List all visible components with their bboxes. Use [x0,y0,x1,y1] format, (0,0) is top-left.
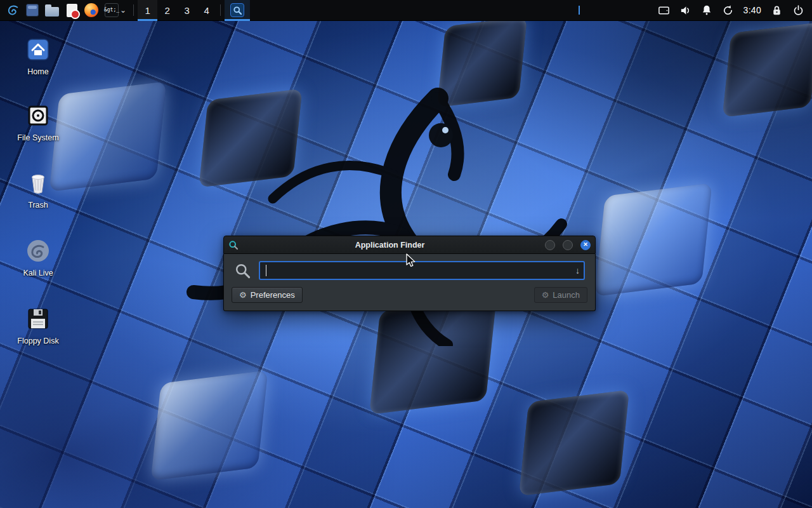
search-icon [234,262,251,279]
kali-live-icon [25,238,51,264]
desktop-icon-label: Kali Live [23,269,53,277]
refresh-icon [722,4,734,17]
display-icon [658,4,670,17]
application-finder-icon [228,240,239,250]
launch-button[interactable]: ⚙ Launch [534,287,587,303]
panel-separator [220,4,221,16]
document-icon [67,4,77,17]
desktop-icon-file-system[interactable]: File System [6,103,70,142]
bell-icon [701,4,712,16]
desktop-icon-label: Home [27,67,48,76]
maximize-button[interactable] [563,240,573,250]
window-titlebar[interactable]: Application Finder ✕ [223,236,596,254]
file-manager-button[interactable] [42,0,62,21]
workspace-3-button[interactable]: 3 [177,0,197,21]
wallpaper-cube [594,183,712,297]
desktop-icon-floppy-disk[interactable]: Floppy Disk [6,306,70,345]
minimize-button[interactable] [545,240,555,250]
terminal-button[interactable]: &gt;_ ⌄ [102,0,129,21]
desktop-icon-label: File System [17,133,58,142]
text-caret [266,265,266,276]
preferences-button-label: Preferences [251,290,295,300]
floppy-disk-icon [25,306,51,331]
lock-icon [771,4,783,17]
wallpaper-cube [519,390,629,496]
search-icon [233,6,242,15]
updates-tray-button[interactable] [722,0,734,21]
folder-icon [45,7,59,17]
system-tray: 3:40 [658,0,812,20]
home-icon [25,37,51,62]
desktop-icon-home[interactable]: Home [6,37,70,76]
desktop-icon-label: Floppy Disk [17,337,58,345]
firefox-icon [84,3,98,17]
window-icon [26,4,39,17]
close-button[interactable]: ✕ [580,240,591,250]
workspace-4-button[interactable]: 4 [197,0,216,21]
search-input[interactable] [259,261,585,280]
gear-icon: ⚙ [239,291,247,299]
logout-button[interactable] [792,0,804,21]
file-system-icon [25,103,51,128]
search-entry: ↓ [259,261,585,280]
desktop-icon-kali-live[interactable]: Kali Live [6,238,70,277]
desktop-icon-trash[interactable]: Trash [6,170,70,210]
terminal-icon: &gt;_ [105,3,119,17]
preferences-button[interactable]: ⚙ Preferences [232,287,303,303]
top-panel: &gt;_ ⌄ 1 2 3 4 [0,0,812,21]
workspace-1-button[interactable]: 1 [138,0,157,21]
clock[interactable]: 3:40 [743,0,761,21]
notifications-tray-button[interactable] [701,0,712,21]
kali-logo-icon [6,3,20,17]
mouse-cursor [403,253,417,268]
wallpaper-cube [723,22,812,117]
kali-menu-button[interactable] [3,0,23,21]
launch-icon: ⚙ [542,291,549,299]
dropdown-arrow-icon[interactable]: ↓ [575,265,580,276]
workspace-2-button[interactable]: 2 [157,0,177,21]
window-manager-button[interactable] [23,0,42,21]
chevron-down-icon: ⌄ [120,6,126,15]
wallpaper-cube [151,370,268,481]
close-icon: ✕ [583,242,588,248]
volume-tray-button[interactable] [679,0,691,21]
window-title: Application Finder [242,241,537,250]
application-finder-window: Application Finder ✕ ↓ ⚙ Prefe [223,236,596,311]
panel-separator [133,4,134,16]
display-tray-button[interactable] [658,0,670,21]
power-icon [792,4,804,17]
firefox-button[interactable] [81,0,102,21]
taskbar-application-finder-button[interactable] [225,0,250,21]
launch-button-label: Launch [553,290,580,300]
lock-screen-button[interactable] [771,0,783,21]
text-editor-button[interactable] [62,0,81,21]
application-finder-task-icon [230,3,244,17]
workspace-switcher: 1 2 3 4 [138,0,216,20]
speaker-icon [679,4,691,17]
trash-icon [25,170,51,196]
panel-indicator [579,6,580,15]
desktop-icon-label: Trash [28,201,48,210]
